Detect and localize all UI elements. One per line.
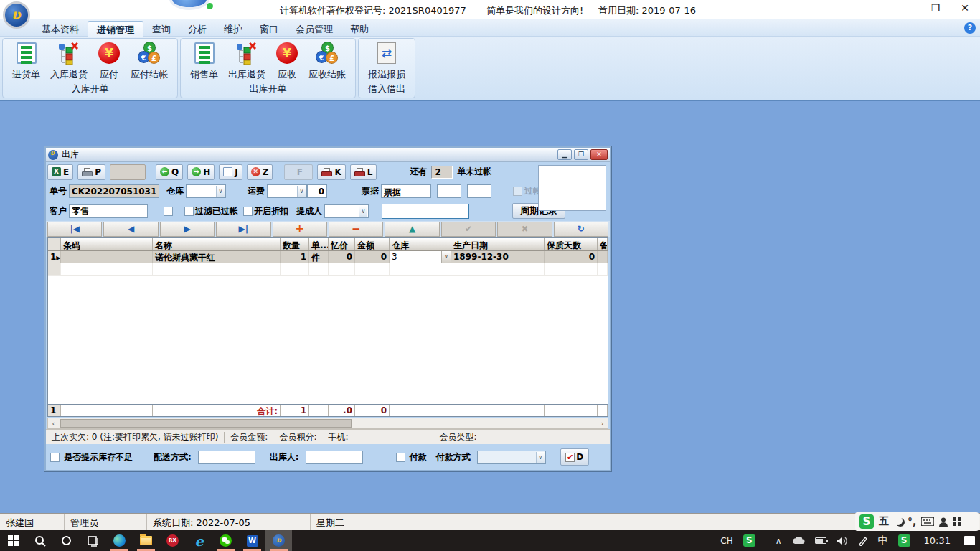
filter-posted-checkbox[interactable] <box>184 207 194 216</box>
scrollbar-thumb[interactable] <box>60 419 352 428</box>
blank-button[interactable] <box>110 164 146 180</box>
payable-settle-button[interactable]: $ € £ 应付结帐 <box>126 42 173 81</box>
freight-select[interactable]: ∨ <box>267 184 307 198</box>
notification-icon[interactable] <box>959 530 980 551</box>
col-price[interactable]: 忆价 <box>329 238 355 250</box>
scroll-right-icon[interactable]: › <box>597 420 608 428</box>
task-view-icon[interactable] <box>80 530 106 551</box>
prev-bill-button[interactable]: ←Q <box>156 164 183 180</box>
cell-prod-date[interactable]: 1899-12-30 <box>451 251 545 263</box>
cell-price[interactable]: 0 <box>329 251 355 263</box>
col-shelf-days[interactable]: 保质天数 <box>545 238 598 250</box>
col-warehouse[interactable]: 仓库 <box>390 238 451 250</box>
menu-analysis[interactable]: 分析 <box>179 21 215 37</box>
first-record-button[interactable]: |◀ <box>47 222 102 237</box>
dialog-close-button[interactable]: ✕ <box>590 149 608 160</box>
freight-value-field[interactable] <box>307 184 327 198</box>
battery-icon[interactable] <box>810 530 831 551</box>
ticket-select[interactable]: 票据 <box>381 184 431 198</box>
sogou-tray-icon[interactable]: S <box>738 530 760 551</box>
edit-row-button[interactable]: ▲ <box>385 222 439 237</box>
cortana-icon[interactable] <box>53 530 80 551</box>
delivery-field[interactable] <box>198 451 255 464</box>
cell-warehouse-combo[interactable]: 3∨ <box>390 251 451 263</box>
export-excel-button[interactable]: XE <box>47 164 73 180</box>
add-row-button[interactable]: + <box>273 222 327 237</box>
cell-unit[interactable]: 件 <box>309 251 329 263</box>
col-amount[interactable]: 金额 <box>355 238 390 250</box>
soft-keyboard-icon[interactable] <box>921 517 934 526</box>
menu-basic-data[interactable]: 基本资料 <box>33 21 88 37</box>
current-app-icon[interactable]: ʋ <box>265 530 292 551</box>
operator-field[interactable] <box>306 451 363 464</box>
pay-checkbox[interactable] <box>396 453 405 462</box>
file-explorer-icon[interactable] <box>133 530 159 551</box>
rx-app-icon[interactable]: RX <box>159 530 186 551</box>
ime-zh-icon[interactable]: 中 <box>873 530 893 551</box>
help-icon[interactable]: ? <box>964 22 976 34</box>
col-remark[interactable]: 备注 <box>598 238 608 250</box>
next-bill-button[interactable]: →H <box>187 164 215 180</box>
sogou-s-icon[interactable]: S <box>893 530 915 551</box>
remove-row-button[interactable]: − <box>329 222 383 237</box>
ticket-field-1[interactable] <box>437 184 461 198</box>
edge-icon[interactable] <box>106 530 133 551</box>
cell-shelf-days[interactable]: 0 <box>545 251 598 263</box>
table-row[interactable]: 1▶ 诺伦斯典藏干红 1 件 0 0 3∨ 1899-12-30 0 <box>48 251 608 263</box>
stock-warn-checkbox[interactable] <box>50 453 60 462</box>
new-bill-button[interactable]: J <box>219 164 242 180</box>
dialog-minimize-button[interactable]: ▁ <box>557 149 572 160</box>
cell-barcode[interactable] <box>61 251 153 263</box>
scroll-left-icon[interactable]: ‹ <box>48 420 59 428</box>
overflow-loss-button[interactable]: ⇄ 报溢报损 <box>363 42 410 81</box>
maximize-button[interactable]: ❐ <box>923 2 948 17</box>
prev-record-button[interactable]: ◀ <box>103 222 158 237</box>
purchase-order-button[interactable]: 进货单 <box>7 42 45 81</box>
menu-purchase-sale[interactable]: 进销管理 <box>88 21 143 37</box>
speaker-icon[interactable] <box>831 530 853 551</box>
menu-help[interactable]: 帮助 <box>341 21 377 37</box>
cell-remark[interactable] <box>598 251 608 263</box>
internet-explorer-icon[interactable]: e <box>186 530 212 551</box>
ime-ch-label[interactable]: CH <box>715 530 738 551</box>
minimize-button[interactable]: — <box>891 2 915 17</box>
col-unit[interactable]: 单... <box>309 238 329 250</box>
wechat-icon[interactable] <box>212 530 239 551</box>
close-button[interactable]: ✕ <box>953 2 977 17</box>
unposted-listbox[interactable] <box>538 165 606 211</box>
discount-checkbox[interactable] <box>243 207 253 216</box>
col-prod-date[interactable]: 生产日期 <box>451 238 545 250</box>
tray-expand-icon[interactable]: ∧ <box>771 530 787 551</box>
inbound-return-button[interactable]: 入库退货 <box>45 42 93 81</box>
dialog-titlebar[interactable]: ʋ 出库 ▁ ❐ ✕ <box>46 148 610 162</box>
sales-order-button[interactable]: 销售单 <box>185 42 223 81</box>
wubi-mode-label[interactable]: 五 <box>879 515 889 528</box>
ticket-field-2[interactable] <box>467 184 491 198</box>
horizontal-scrollbar[interactable]: ‹ › <box>47 418 608 429</box>
pen-icon[interactable] <box>853 530 873 551</box>
receivable-settle-button[interactable]: $ € £ 应收结账 <box>303 42 351 81</box>
start-button[interactable] <box>0 530 27 551</box>
print-l-button[interactable]: L <box>350 164 377 180</box>
person-icon[interactable] <box>939 517 948 527</box>
menu-window[interactable]: 窗口 <box>251 21 287 37</box>
sogou-logo-icon[interactable]: S <box>859 514 874 529</box>
menu-maintenance[interactable]: 维护 <box>215 21 251 37</box>
col-name[interactable]: 名称 <box>153 238 281 250</box>
last-record-button[interactable]: ▶| <box>216 222 270 237</box>
next-record-button[interactable]: ▶ <box>160 222 215 237</box>
warehouse-select[interactable]: ∨ <box>186 184 226 198</box>
col-barcode[interactable]: 条码 <box>61 238 153 250</box>
col-qty[interactable]: 数量 <box>281 238 309 250</box>
chevron-down-icon[interactable]: ∨ <box>441 251 451 263</box>
cell-name[interactable]: 诺伦斯典藏干红 <box>153 251 281 263</box>
payable-button[interactable]: ¥ 应付 <box>93 42 126 81</box>
cell-qty[interactable]: 1 <box>281 251 309 263</box>
word-icon[interactable]: W <box>239 530 265 551</box>
commission-select[interactable]: ∨ <box>324 204 369 218</box>
print-button[interactable]: P <box>77 164 105 180</box>
scan-input[interactable] <box>382 204 469 219</box>
refresh-button[interactable]: ↻ <box>554 222 608 237</box>
print-k-button[interactable]: K <box>317 164 345 180</box>
onedrive-cloud-icon[interactable] <box>787 530 810 551</box>
